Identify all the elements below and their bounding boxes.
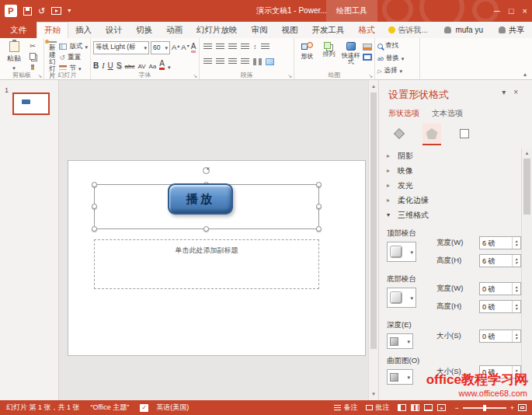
tab-format[interactable]: 格式 [352,22,382,38]
bold-icon[interactable]: B [93,61,99,70]
slide[interactable]: 播放 单击此处添加副标题 [68,160,366,356]
spinner-arrows[interactable]: ▴▾ [512,237,520,249]
tab-text-options[interactable]: 文本选项 [432,108,463,119]
select-button[interactable]: ▷ 选择 ▾ [377,66,417,75]
tab-developer[interactable]: 开发工具 [305,22,352,38]
tab-slideshow[interactable]: 幻灯片放映 [190,22,245,38]
italic-icon[interactable]: I [102,61,104,70]
strikethrough-icon[interactable]: abc [124,63,134,70]
columns-icon[interactable] [253,58,262,65]
subtitle-placeholder[interactable]: 单击此处添加副标题 [94,239,319,289]
spinner-arrows[interactable]: ▴▾ [512,301,520,312]
change-case-icon[interactable]: Aa [148,63,156,70]
tab-design[interactable]: 设计 [99,22,129,38]
underline-icon[interactable]: U [108,61,113,70]
spinner-arrows[interactable]: ▴▾ [512,255,520,267]
depth-size-input[interactable]: 0 磅 ▴▾ [479,330,521,343]
scroll-up-icon[interactable]: ▴ [522,148,532,158]
clipboard-dialog-launcher-icon[interactable]: ↘ [37,73,42,78]
selected-textbox[interactable]: 播放 [94,184,319,229]
powerpoint-icon[interactable]: P [5,5,17,17]
section-reflection[interactable]: ▸ 映像 [379,163,521,178]
slide-canvas[interactable]: 播放 单击此处添加副标题 ▴ ▾ [59,80,378,400]
font-color-caret-icon[interactable]: ▾ [168,65,171,70]
start-slideshow-icon[interactable] [51,7,61,15]
selection-handle[interactable] [92,182,97,187]
selection-handle[interactable] [316,226,322,232]
slide-sorter-view-icon[interactable] [411,404,419,411]
spinner-arrows[interactable]: ▴▾ [512,330,520,342]
section-glow[interactable]: ▸ 发光 [379,178,521,193]
paste-button[interactable]: 粘贴 ▾ [2,40,26,71]
zoom-out-icon[interactable]: − [454,404,458,412]
qat-customize-icon[interactable]: ▾ [68,8,71,14]
slide-thumbnail[interactable] [12,92,50,115]
new-slide-button[interactable]: 新建幻灯片 ▾ [47,40,57,71]
text-shadow-icon[interactable]: S [116,61,122,70]
bottom-bevel-width-input[interactable]: 0 磅 ▴▾ [479,282,521,295]
line-spacing-icon[interactable] [261,44,269,51]
shapes-button[interactable]: 形状 [297,40,317,71]
quick-styles-button[interactable]: 快速样式 [341,40,361,71]
replace-button[interactable]: ab 替换 ▾ [377,54,417,63]
selection-handle[interactable] [203,226,209,232]
character-spacing-icon[interactable]: AV [137,63,145,70]
increase-indent-icon[interactable] [241,44,249,51]
restore-icon[interactable]: □ [509,7,514,16]
zoom-slider-thumb[interactable] [483,405,486,411]
spellcheck-icon[interactable]: ✓ [140,404,148,412]
font-name-select[interactable]: 等线 Light (标 ▾ [93,41,149,54]
align-center-icon[interactable] [216,58,224,65]
font-size-select[interactable]: 60 ▾ [151,41,170,54]
language-indicator[interactable]: 英语(美国) [156,403,189,413]
undo-icon[interactable]: ↺ [38,7,45,16]
canvas-scrollbar-thumb[interactable] [370,92,377,349]
align-right-icon[interactable] [228,58,237,65]
pane-close-icon[interactable]: × [513,89,518,96]
pane-scrollbar-thumb[interactable] [523,159,530,214]
minimize-icon[interactable]: ─ [494,7,500,16]
tab-animations[interactable]: 动画 [159,22,190,38]
align-left-icon[interactable] [203,58,212,65]
font-dialog-launcher-icon[interactable]: ↘ [193,73,197,78]
find-button[interactable]: 查找 [377,41,417,51]
zoom-slider[interactable] [463,407,506,409]
grow-font-icon[interactable]: A▴ [172,44,179,51]
tab-view[interactable]: 视图 [275,22,305,38]
top-bevel-dropdown[interactable]: ▾ [387,242,416,262]
bottom-bevel-height-input[interactable]: 0 磅 ▴▾ [479,300,521,313]
selection-handle[interactable] [92,226,97,232]
user-account[interactable]: mufa yu [444,22,491,38]
fill-line-icon[interactable] [390,124,409,144]
clear-formatting-icon[interactable]: A [191,43,196,53]
tell-me-box[interactable]: 告诉我... [388,22,428,38]
bullets-icon[interactable] [203,44,212,51]
tab-transitions[interactable]: 切换 [129,22,159,38]
top-bevel-width-input[interactable]: 6 磅 ▴▾ [479,236,521,249]
pane-scrollbar[interactable]: ▴ ▾ [521,148,532,386]
paragraph-dialog-launcher-icon[interactable]: ↘ [287,73,292,78]
depth-color-dropdown[interactable]: ▾ [387,333,413,349]
shape-outline-icon[interactable] [363,54,372,61]
decrease-indent-icon[interactable] [228,44,237,51]
tab-shape-options[interactable]: 形状选项 [388,108,419,119]
comments-button[interactable]: 批注 [366,403,389,413]
cut-icon[interactable]: ✂ [27,43,38,50]
shrink-font-icon[interactable]: A▾ [181,44,189,51]
save-icon[interactable] [23,7,32,16]
play-shape[interactable]: 播放 [168,183,233,214]
effects-icon[interactable] [422,124,441,144]
top-bevel-height-input[interactable]: 6 磅 ▴▾ [479,254,521,267]
contour-color-dropdown[interactable]: ▾ [387,369,413,385]
bottom-bevel-dropdown[interactable]: ▾ [387,288,416,308]
text-direction-icon[interactable]: ↕ [253,44,257,51]
section-soft-edges[interactable]: ▸ 柔化边缘 [379,193,521,208]
convert-smartart-icon[interactable] [266,58,274,65]
layout-button[interactable]: 版式 ▾ [59,42,88,51]
slideshow-view-icon[interactable]: ▸ [437,404,446,411]
format-painter-icon[interactable] [31,65,34,70]
font-color-icon[interactable]: A [159,60,165,70]
reading-view-icon[interactable] [424,404,433,411]
fit-slide-to-window-icon[interactable] [518,404,527,411]
selection-handle[interactable] [316,204,322,209]
